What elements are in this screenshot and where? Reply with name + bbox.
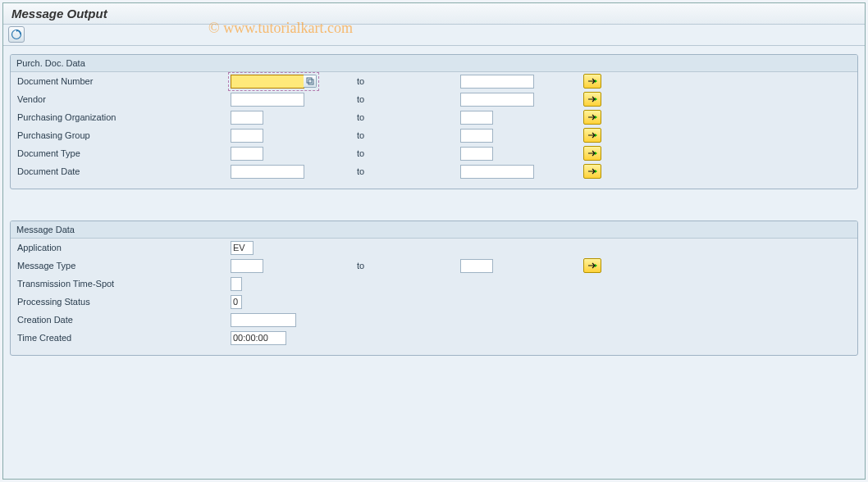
group-title: Purch. Doc. Data [11, 55, 857, 72]
field-label: Document Type [17, 148, 231, 158]
field-row: Document Numberto [11, 72, 857, 90]
to-slot [460, 75, 583, 89]
to-input[interactable] [460, 165, 534, 179]
field-label: Message Type [17, 261, 231, 271]
field-label: Purchasing Group [17, 130, 231, 140]
field-label: Purchasing Organization [17, 112, 231, 122]
multi-slot [583, 74, 698, 89]
field-row: Time Created [11, 329, 857, 347]
from-input[interactable] [231, 93, 304, 107]
from-input[interactable] [231, 129, 263, 143]
multi-slot [583, 146, 698, 161]
multi-slot [583, 258, 698, 273]
from-slot [231, 277, 354, 291]
field-row: Document Typeto [11, 144, 857, 162]
from-input[interactable] [231, 165, 304, 179]
from-slot [231, 111, 354, 125]
to-slot [460, 111, 583, 125]
multiple-selection-button[interactable] [583, 110, 601, 125]
from-slot [231, 147, 354, 161]
svg-rect-1 [307, 78, 312, 83]
field-row: Transmission Time-Spot [11, 275, 857, 293]
field-label: Application [17, 243, 231, 252]
from-slot [231, 93, 354, 107]
field-label: Vendor [17, 94, 231, 104]
to-slot [460, 147, 583, 161]
to-slot [460, 165, 583, 179]
to-slot [460, 93, 583, 107]
multiple-selection-button[interactable] [583, 128, 601, 143]
multiple-selection-button[interactable] [583, 92, 601, 107]
field-label: Document Number [17, 76, 231, 86]
to-slot [460, 129, 583, 143]
to-input[interactable] [460, 75, 534, 89]
field-row: Purchasing Organizationto [11, 108, 857, 126]
field-label: Document Date [17, 166, 231, 176]
to-input[interactable] [460, 111, 493, 125]
multiple-selection-button[interactable] [583, 258, 601, 273]
to-label: to [354, 166, 460, 176]
field-row: Purchasing Groupto [11, 126, 857, 144]
from-input[interactable] [231, 331, 286, 345]
to-label: to [354, 76, 460, 86]
multi-slot [583, 110, 698, 125]
group-body: ApplicationMessage TypetoTransmission Ti… [11, 239, 857, 347]
from-input[interactable] [231, 75, 304, 89]
to-input[interactable] [460, 147, 493, 161]
toolbar: © www.tutorialkart.com [3, 25, 865, 46]
to-label: to [354, 112, 460, 122]
from-input[interactable] [231, 111, 263, 125]
svg-rect-2 [308, 80, 313, 84]
field-row: Processing Status [11, 293, 857, 311]
to-label: to [354, 94, 460, 104]
from-slot [231, 313, 354, 327]
to-label: to [354, 261, 460, 271]
to-slot [460, 259, 583, 273]
to-input[interactable] [460, 93, 534, 107]
from-slot [231, 259, 354, 273]
field-label: Processing Status [17, 297, 231, 307]
execute-button[interactable] [8, 26, 25, 43]
multi-slot [583, 164, 698, 179]
window: Message Output © www.tutorialkart.com Pu… [2, 2, 866, 480]
multiple-selection-button[interactable] [583, 74, 601, 89]
from-input[interactable] [231, 295, 242, 309]
field-row: Vendorto [11, 90, 857, 108]
content: Purch. Doc. Data Document NumbertoVendor… [3, 46, 865, 395]
from-slot [231, 75, 354, 89]
to-input[interactable] [460, 129, 493, 143]
field-row: Message Typeto [11, 257, 857, 275]
search-help-icon[interactable] [304, 75, 317, 88]
to-label: to [354, 148, 460, 158]
title-bar: Message Output [3, 3, 865, 25]
from-input[interactable] [231, 241, 254, 255]
window-title: Message Output [11, 7, 107, 20]
from-slot [231, 129, 354, 143]
from-input[interactable] [231, 259, 263, 273]
field-label: Transmission Time-Spot [17, 279, 231, 289]
to-label: to [354, 130, 460, 140]
field-label: Time Created [17, 333, 231, 343]
field-row: Document Dateto [11, 162, 857, 180]
group-title: Message Data [11, 221, 857, 239]
group-purch-doc-data: Purch. Doc. Data Document NumbertoVendor… [10, 54, 858, 189]
field-row: Application [11, 239, 857, 257]
from-slot [231, 295, 354, 309]
multiple-selection-button[interactable] [583, 164, 601, 179]
multi-slot [583, 92, 698, 107]
from-slot [231, 241, 354, 255]
group-body: Document NumbertoVendortoPurchasing Orga… [11, 72, 857, 180]
field-label: Creation Date [17, 315, 231, 325]
from-input[interactable] [231, 147, 263, 161]
field-row: Creation Date [11, 311, 857, 329]
from-input[interactable] [231, 313, 296, 327]
multi-slot [583, 128, 698, 143]
group-message-data: Message Data ApplicationMessage TypetoTr… [10, 221, 858, 356]
from-slot [231, 165, 354, 179]
to-input[interactable] [460, 259, 493, 273]
from-input[interactable] [231, 277, 242, 291]
multiple-selection-button[interactable] [583, 146, 601, 161]
from-slot [231, 331, 354, 345]
